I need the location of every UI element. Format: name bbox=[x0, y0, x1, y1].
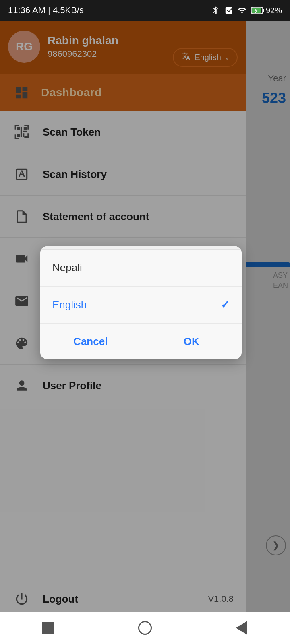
status-left: 11:36 AM | 4.5KB/s bbox=[8, 5, 84, 16]
home-icon bbox=[138, 621, 152, 635]
stop-icon bbox=[42, 622, 54, 634]
battery-shape bbox=[251, 6, 265, 14]
dialog-buttons: Cancel OK bbox=[40, 324, 242, 359]
dialog-top-bar bbox=[40, 246, 242, 250]
battery-icon: 92% bbox=[251, 6, 282, 15]
dialog-option-english[interactable]: English ✓ bbox=[40, 287, 242, 324]
battery-percent: 92% bbox=[266, 6, 282, 15]
svg-rect-2 bbox=[252, 8, 261, 13]
dialog-option-nepali[interactable]: Nepali bbox=[40, 250, 242, 287]
cancel-button[interactable]: Cancel bbox=[40, 324, 141, 359]
check-icon: ✓ bbox=[221, 299, 230, 311]
ok-button[interactable]: OK bbox=[141, 324, 242, 359]
dialog-options: Nepali English ✓ bbox=[40, 250, 242, 324]
language-dialog: Nepali English ✓ Cancel OK bbox=[40, 246, 242, 359]
back-button[interactable] bbox=[230, 616, 254, 640]
nav-bar bbox=[0, 612, 290, 644]
english-option-label: English bbox=[52, 299, 87, 311]
nepali-option-label: Nepali bbox=[52, 262, 82, 274]
bluetooth-icon bbox=[211, 6, 220, 15]
back-icon bbox=[236, 621, 247, 635]
x-icon bbox=[224, 6, 233, 15]
stop-button[interactable] bbox=[36, 616, 60, 640]
svg-rect-1 bbox=[263, 9, 264, 12]
time-display: 11:36 AM | 4.5KB/s bbox=[8, 5, 84, 16]
status-right: 92% bbox=[211, 6, 282, 15]
wifi-icon bbox=[237, 6, 247, 15]
status-bar: 11:36 AM | 4.5KB/s 92% bbox=[0, 0, 290, 21]
main-screen: Year 523 ASYEAN ❯ RG Rabin ghalan 986096… bbox=[0, 21, 290, 644]
home-button[interactable] bbox=[133, 616, 157, 640]
